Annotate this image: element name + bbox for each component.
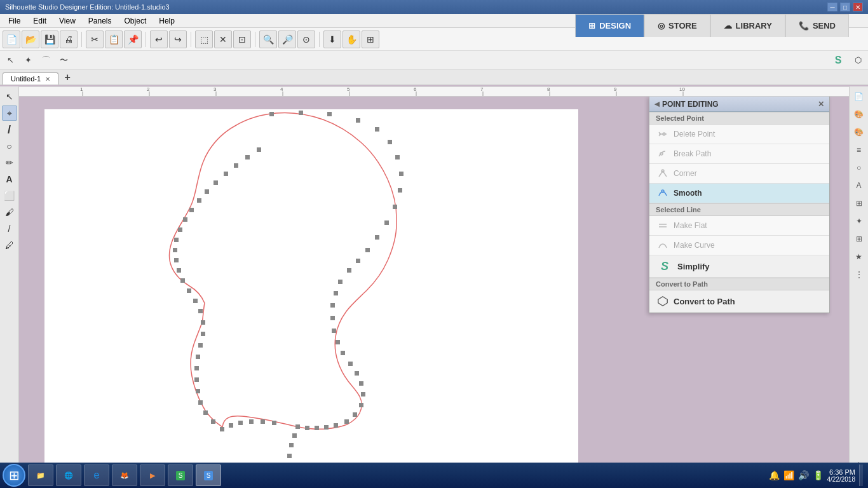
polygon-tool[interactable]: ⬡	[850, 53, 865, 67]
show-desktop-button[interactable]	[859, 464, 863, 486]
zoom-out-button[interactable]: 🔎	[278, 30, 296, 48]
taskbar-firefox[interactable]: 🦊	[112, 464, 137, 486]
taskbar-right: 🔔 📶 🔊 🔋 6:36 PM 4/22/2018	[769, 464, 866, 486]
clock-display[interactable]: 6:36 PM 4/22/2018	[827, 468, 856, 483]
copy-button[interactable]: 📋	[105, 30, 123, 48]
pe-collapse-button[interactable]: ◀	[654, 100, 660, 107]
page-settings-icon[interactable]: 📄	[851, 89, 867, 104]
taskbar-silhouette-studio[interactable]: S	[196, 464, 221, 486]
close-button[interactable]: ✕	[853, 3, 863, 11]
ellipse-tool[interactable]: ○	[2, 139, 17, 154]
svg-point-105	[660, 152, 663, 155]
battery-icon[interactable]: 🔋	[813, 470, 824, 480]
group-button[interactable]: ⊡	[233, 30, 251, 48]
node-edit-tool[interactable]: ⌖	[2, 105, 17, 121]
svg-rect-58	[287, 454, 292, 458]
pan-button[interactable]: ✋	[342, 30, 360, 48]
text-style-icon[interactable]: A	[851, 178, 867, 193]
tab-untitled1[interactable]: Untitled-1 ✕	[3, 72, 58, 85]
select-button[interactable]: ⬚	[195, 30, 213, 48]
text-tool[interactable]: A	[2, 172, 17, 187]
tab-close-button[interactable]: ✕	[45, 76, 50, 83]
more-icon[interactable]: ⋮	[851, 267, 867, 282]
taskbar-ie[interactable]: e	[84, 464, 109, 486]
cut-button[interactable]: ✂	[86, 30, 104, 48]
svg-rect-45	[355, 371, 359, 376]
undo-button[interactable]: ↩	[150, 30, 168, 48]
eraser-tool[interactable]: ⬜	[2, 188, 17, 203]
svg-rect-96	[214, 180, 218, 185]
smooth-button[interactable]: Smooth	[649, 184, 829, 203]
menu-help[interactable]: Help	[153, 15, 180, 27]
pencil-tool[interactable]: ✏	[2, 155, 17, 170]
line-tool[interactable]: /	[2, 122, 17, 137]
curve-tool[interactable]: ⌒	[38, 53, 53, 67]
new-tab-button[interactable]: +	[60, 71, 75, 85]
make-curve-button[interactable]: Make Curve	[649, 236, 829, 255]
color-panel-icon[interactable]: 🎨	[851, 125, 867, 140]
pen-tool[interactable]: 🖊	[2, 238, 17, 253]
add-button[interactable]: ⊞	[362, 30, 379, 48]
paste-button[interactable]: 📌	[124, 30, 142, 48]
svg-text:6: 6	[414, 86, 417, 92]
nav-send[interactable]: 📞 SEND	[785, 14, 849, 37]
minimize-button[interactable]: ─	[827, 3, 837, 11]
svg-rect-95	[205, 189, 209, 194]
bezier-tool[interactable]: 〜	[56, 53, 71, 67]
print-button[interactable]: 🖨	[60, 30, 78, 48]
fit-page-button[interactable]: ⊙	[297, 30, 315, 48]
save-button[interactable]: 💾	[41, 30, 58, 48]
taskbar-silhouette-cameo[interactable]: S	[168, 464, 193, 486]
align-panel-icon[interactable]: ⊞	[851, 196, 867, 211]
replicate-icon[interactable]: ⊞	[851, 231, 867, 247]
toolbar2: ↖ ✦ ⌒ 〜 S ⬡	[0, 51, 868, 70]
taskbar-file-explorer[interactable]: 📁	[28, 464, 53, 486]
nav-store[interactable]: ◎ STORE	[644, 14, 710, 37]
corner-button[interactable]: Corner	[649, 164, 829, 184]
redo-button[interactable]: ↪	[169, 30, 187, 48]
arrow-tool[interactable]: ↖	[3, 53, 18, 67]
svg-rect-79	[196, 355, 200, 359]
nav-design[interactable]: ⊞ DESIGN	[575, 14, 644, 37]
menu-view[interactable]: View	[53, 15, 81, 27]
select-tool[interactable]: ↖	[2, 89, 17, 104]
favorites-icon[interactable]: ★	[851, 249, 867, 264]
simplify-button[interactable]: S Simplify	[649, 255, 829, 278]
svg-rect-91	[178, 227, 182, 232]
network-icon[interactable]: 📶	[783, 470, 794, 480]
taskbar-chrome[interactable]: 🌐	[56, 464, 81, 486]
break-path-button[interactable]: Break Path	[649, 144, 829, 164]
menu-object[interactable]: Object	[119, 15, 153, 27]
delete-button[interactable]: ✕	[214, 30, 232, 48]
taskbar-media[interactable]: ▶	[140, 464, 165, 486]
make-flat-button[interactable]: Make Flat	[649, 216, 829, 236]
menu-edit[interactable]: Edit	[27, 15, 52, 27]
lines-panel-icon[interactable]: ≡	[851, 142, 867, 158]
draw-tool[interactable]: /	[2, 221, 17, 236]
svg-text:10: 10	[679, 86, 685, 92]
maximize-button[interactable]: □	[840, 3, 850, 11]
pe-close-button[interactable]: ✕	[818, 100, 824, 109]
menu-file[interactable]: File	[3, 15, 26, 27]
svg-text:5: 5	[347, 86, 350, 92]
notification-icon[interactable]: 🔔	[769, 470, 780, 480]
design-panel-icon[interactable]: 🎨	[851, 107, 867, 122]
start-button[interactable]: ⊞	[3, 464, 25, 487]
menu-panels[interactable]: Panels	[83, 15, 118, 27]
delete-point-button[interactable]: Delete Point	[649, 125, 829, 144]
align-button[interactable]: ⬇	[323, 30, 341, 48]
paint-tool[interactable]: 🖌	[2, 205, 17, 220]
svg-rect-83	[198, 309, 203, 313]
svg-rect-85	[187, 288, 191, 293]
transform-icon[interactable]: ✦	[851, 214, 867, 229]
windows-logo: ⊞	[9, 468, 20, 483]
zoom-in-button[interactable]: 🔍	[259, 30, 277, 48]
node-tool[interactable]: ✦	[20, 53, 36, 67]
new-button[interactable]: 📄	[3, 30, 20, 48]
nav-library[interactable]: ☁ LIBRARY	[710, 14, 785, 37]
fill-panel-icon[interactable]: ○	[851, 160, 867, 175]
convert-to-path-button[interactable]: Convert to Path	[649, 290, 829, 313]
svg-rect-51	[334, 423, 338, 428]
open-button[interactable]: 📂	[22, 30, 39, 48]
volume-icon[interactable]: 🔊	[798, 470, 809, 480]
